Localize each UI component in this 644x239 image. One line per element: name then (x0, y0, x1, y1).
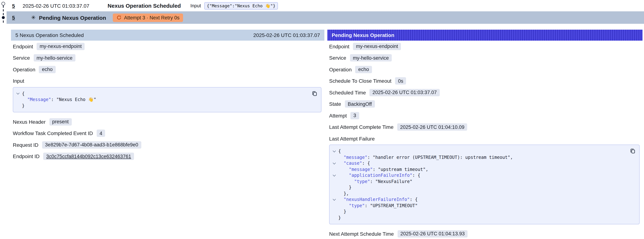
field-value-badge: echo (355, 66, 372, 73)
code-text: { (338, 148, 341, 154)
code-line: "nexusHandlerFailureInfo": { (330, 196, 626, 202)
event-detail-fields-bottom: Nexus HeaderpresentWorkflow Task Complet… (11, 116, 324, 160)
field-value-badge: 2025-02-26 UTC 01:04:13.93 (398, 230, 468, 237)
code-text: "message": "upstream timeout", (338, 166, 428, 172)
field-value-badge: 3 (350, 112, 359, 119)
field-label: Workflow Task Completed Event ID (13, 130, 93, 136)
field-value-badge: 2025-02-26 UTC 01:03:37.07 (370, 89, 440, 96)
event-detail-header-title: 5 Nexus Operation Scheduled (16, 32, 84, 38)
code-gutter (330, 166, 338, 172)
field-label: Last Attempt Complete Time (329, 124, 394, 130)
input-preview-chip[interactable]: {"Message":"Nexus Echo 👋"} (204, 2, 278, 9)
collapse-chevron-icon[interactable] (330, 160, 338, 166)
field-value-badge: 4 (97, 130, 105, 137)
field-row: Workflow Task Completed Event ID4 (13, 130, 324, 137)
field-label: Operation (329, 66, 352, 72)
failure-section-label: Last Attempt Failure (329, 135, 642, 142)
code-gutter (330, 208, 338, 215)
code-line: } (330, 208, 626, 215)
pending-operation-header: Pending Nexus Operation (327, 30, 642, 41)
code-text: "Message": "Nexus Echo 👋" (22, 96, 96, 103)
code-line: "message": "upstream timeout", (330, 166, 626, 172)
field-row: StateBackingOff (329, 100, 642, 108)
field-value-badge: 2025-02-26 UTC 01:04:10.09 (397, 123, 467, 131)
copy-failure-button[interactable] (629, 148, 636, 155)
field-row: Nexus Headerpresent (13, 118, 324, 126)
field-row: Attempt3 (329, 112, 642, 119)
pending-marker-dot-icon (2, 16, 5, 19)
field-row: Endpoint ID3c0c75ccfa8144b092c13ce632463… (13, 152, 324, 160)
code-text: } (338, 208, 346, 215)
pending-operation-fields-bottom: Next Attempt Schedule Time2025-02-26 UTC… (327, 228, 642, 238)
field-label: Operation (13, 66, 35, 72)
code-gutter (330, 178, 338, 184)
code-line: "applicationFailureInfo": { (330, 172, 626, 178)
event-marker-circle-icon (2, 2, 5, 6)
collapse-chevron-icon[interactable] (330, 148, 338, 154)
code-line: { (14, 90, 308, 96)
field-value-badge: echo (39, 66, 56, 73)
field-row: Operationecho (13, 66, 324, 73)
code-text: "nexusHandlerFailureInfo": { (338, 196, 418, 202)
code-text: } (338, 215, 341, 221)
code-text: }, (338, 190, 349, 196)
code-gutter (14, 96, 22, 103)
nexus-operation-icon: ✳ (31, 14, 36, 21)
field-value-badge: my-hello-service (350, 54, 392, 62)
code-text: } (338, 184, 352, 190)
field-value-badge: my-nexus-endpoint (353, 43, 401, 50)
collapse-chevron-icon[interactable] (330, 172, 338, 178)
field-value-badge: my-hello-service (34, 54, 76, 62)
field-row: Scheduled Time2025-02-26 UTC 01:03:37.07 (329, 88, 642, 96)
event-id-link[interactable]: 5 (12, 3, 15, 8)
pending-operation-row[interactable]: 5 ✳ Pending Nexus Operation Attempt 3 · … (6, 11, 644, 24)
field-label: Service (329, 55, 346, 61)
field-row: Last Attempt Complete Time2025-02-26 UTC… (329, 123, 642, 131)
code-gutter (330, 154, 338, 160)
copy-input-button[interactable] (311, 90, 318, 97)
field-label: State (329, 101, 341, 107)
field-label: Attempt (329, 112, 347, 118)
field-row: Request ID3e829b7e-7d67-4b08-aad3-b1e868… (13, 141, 324, 148)
event-detail-header: 5 Nexus Operation Scheduled 2025-02-26 U… (11, 30, 324, 41)
field-row: Servicemy-hello-service (329, 54, 642, 62)
code-gutter (330, 215, 338, 221)
code-line: "type": "UPSTREAM_TIMEOUT" (330, 202, 626, 208)
copy-icon (629, 148, 636, 154)
field-value-badge: my-nexus-endpoint (37, 43, 85, 50)
code-text: } (22, 103, 24, 109)
event-detail-fields: Endpointmy-nexus-endpointServicemy-hello… (11, 41, 324, 73)
field-label: Request ID (13, 142, 38, 148)
code-text: "type": "UPSTREAM_TIMEOUT" (338, 202, 418, 208)
input-json-block: { "Message": "Nexus Echo 👋"} (13, 87, 322, 112)
field-row: Schedule To Close Timeout0s (329, 77, 642, 85)
pending-operation-fields: Endpointmy-nexus-endpointServicemy-hello… (327, 41, 642, 131)
code-line: "type": "NexusFailure" (330, 178, 626, 184)
event-detail-panel: 5 Nexus Operation Scheduled 2025-02-26 U… (11, 30, 324, 239)
field-row: Servicemy-hello-service (13, 54, 324, 62)
code-gutter (14, 103, 22, 109)
pending-row-id-link[interactable]: 5 (12, 15, 15, 20)
failure-json-block: { "message": "handler error (UPSTREAM_TI… (329, 144, 640, 224)
pending-operation-title: Pending Nexus Operation (39, 14, 106, 21)
code-line: }, (330, 190, 626, 196)
code-line: } (14, 103, 308, 109)
event-timestamp: 2025-02-26 UTC 01:03:37.07 (23, 3, 89, 8)
code-gutter (330, 190, 338, 196)
event-summary-row[interactable]: 5 2025-02-26 UTC 01:03:37.07 Nexus Opera… (6, 0, 644, 11)
field-value-badge: 3e829b7e-7d67-4b08-aad3-b1e868bfe9e0 (42, 141, 141, 148)
collapse-chevron-icon[interactable] (14, 90, 22, 96)
field-label: Schedule To Close Timeout (329, 78, 392, 84)
field-row: Endpointmy-nexus-endpoint (329, 42, 642, 50)
input-label: Input (190, 3, 201, 8)
attempt-retry-badge: Attempt 3 · Next Retry 0s (113, 13, 183, 22)
field-label: Endpoint ID (13, 153, 40, 159)
code-gutter (330, 184, 338, 190)
field-row: Endpointmy-nexus-endpoint (13, 42, 324, 50)
code-line: } (330, 184, 626, 190)
field-value-badge: present (49, 118, 72, 125)
code-text: { (22, 90, 24, 96)
field-row: Next Attempt Schedule Time2025-02-26 UTC… (329, 230, 642, 238)
field-value-link[interactable]: 3c0c75ccfa8144b092c13ce632463761 (43, 152, 134, 160)
collapse-chevron-icon[interactable] (330, 196, 338, 202)
